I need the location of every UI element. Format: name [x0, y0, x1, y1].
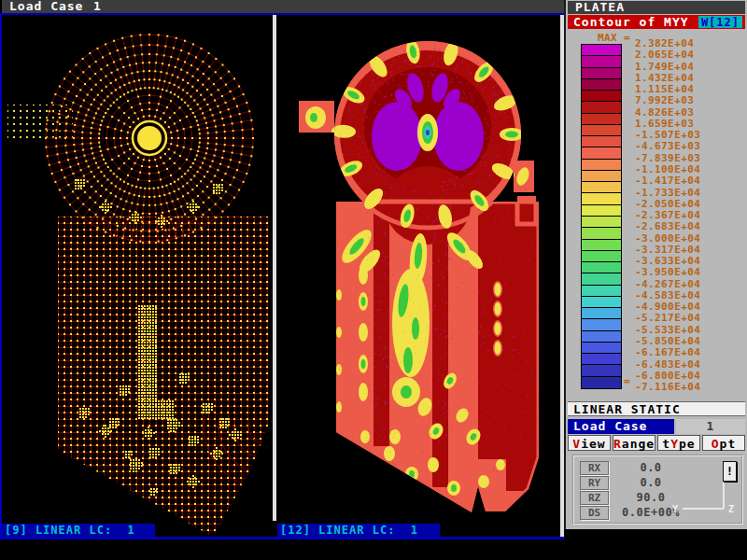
- legend-swatch: [582, 79, 621, 91]
- legend-swatch: [582, 228, 621, 239]
- legend-value: -1.733E+04: [635, 188, 700, 199]
- load-case-value[interactable]: 1: [676, 419, 745, 434]
- app-title: PLATEA: [575, 0, 625, 14]
- legend-value: -1.417E+04: [635, 175, 700, 187]
- legend-value: -3.000E+04: [635, 233, 700, 245]
- legend-value: -2.683E+04: [635, 221, 700, 232]
- legend-value: -4.673E+03: [635, 141, 700, 152]
- legend-value: -2.367E+04: [635, 210, 700, 221]
- legend-value: -5.850E+04: [635, 336, 700, 347]
- mesh-viewport[interactable]: [2, 15, 273, 537]
- legend-value: 2.382E+04: [635, 38, 694, 49]
- window-badge[interactable]: W[12]: [698, 16, 742, 28]
- contour-title-bar: Contour of MYY W[12]: [568, 15, 745, 29]
- legend-value: 4.826E+03: [635, 107, 694, 119]
- legend-swatch: [582, 56, 621, 67]
- platea-app: { "left_viewport": { "title": "Load Case…: [0, 0, 747, 560]
- legend-swatch: [582, 377, 621, 388]
- load-case-selector[interactable]: Load Case: [568, 419, 674, 434]
- legend-swatch: [582, 182, 621, 193]
- legend-value: 1.749E+04: [635, 62, 694, 73]
- legend-swatch: [582, 297, 621, 308]
- legend-value: -6.167E+04: [635, 347, 700, 358]
- rz-label: RZ: [580, 491, 609, 505]
- left-window-titlebar: Load Case 1: [2, 0, 564, 13]
- legend-value: -4.583E+04: [635, 290, 700, 301]
- legend-swatch: [582, 171, 621, 182]
- exclamation-button[interactable]: !: [723, 461, 737, 482]
- legend-value: 2.065E+04: [635, 49, 694, 61]
- app-title-bar: PLATEA: [568, 1, 745, 14]
- legend-swatch-column: [581, 44, 622, 389]
- legend-value: -1.100E+04: [635, 164, 700, 175]
- legend-swatch: [582, 365, 621, 376]
- legend-swatch: [582, 308, 621, 319]
- legend-swatch: [582, 125, 621, 136]
- axis-z-label: Z: [728, 504, 734, 514]
- legend-swatch: [582, 91, 621, 102]
- legend-swatch: [582, 251, 621, 262]
- legend-value: -3.633E+04: [635, 256, 700, 267]
- legend-swatch: [582, 354, 621, 365]
- axis-y-label: Y: [672, 504, 678, 514]
- contour-title: Contour of MYY: [573, 15, 689, 29]
- range-button[interactable]: Range: [613, 435, 655, 451]
- legend-swatch: [582, 262, 621, 273]
- legend-value: 1.659E+03: [635, 119, 694, 130]
- rotation-group-box: RX 0.0 RY 0.0 RZ 90.0 DS 0.0E+00% X Y Z …: [572, 455, 743, 525]
- legend-value: -4.267E+04: [635, 279, 700, 290]
- legend-value: -5.533E+04: [635, 325, 700, 336]
- ds-label: DS: [580, 506, 609, 520]
- legend-swatch: [582, 136, 621, 147]
- legend-swatch: [582, 273, 621, 285]
- legend-swatch: [582, 160, 621, 171]
- legend-value: -7.116E+04: [635, 382, 700, 393]
- legend-value: 1.115E+04: [635, 84, 694, 95]
- legend-value: -6.483E+04: [635, 359, 700, 371]
- legend-value: -5.217E+04: [635, 313, 700, 324]
- opt-button[interactable]: Opt: [702, 435, 745, 451]
- legend-value: 7.992E+03: [635, 95, 694, 106]
- control-panel: PLATEA Contour of MYY W[12] MAX = MIN = …: [564, 0, 747, 529]
- legend-swatch: [582, 240, 621, 251]
- legend-swatch: [582, 331, 621, 343]
- ry-label: RY: [580, 476, 609, 490]
- load-case-number: 1: [93, 0, 102, 13]
- mesh-status-bar: [9] LINEAR LC: 1: [2, 524, 155, 538]
- legend-swatch: [582, 286, 621, 297]
- legend-value: 1.432E+04: [635, 73, 694, 84]
- rx-label: RX: [580, 461, 609, 475]
- contour-status-bar: [12] LINEAR LC: 1: [277, 524, 440, 538]
- legend-swatch: [582, 68, 621, 79]
- legend-value: -6.800E+04: [635, 371, 700, 382]
- legend-swatch: [582, 205, 621, 217]
- legend-swatch: [582, 217, 621, 228]
- legend-swatch: [582, 114, 621, 125]
- legend-value: -4.900E+04: [635, 301, 700, 313]
- legend-value: -1.507E+03: [635, 130, 700, 141]
- legend-value: -7.839E+03: [635, 153, 700, 164]
- legend-swatch: [582, 343, 621, 354]
- legend-swatch: [582, 45, 621, 56]
- contour-viewport[interactable]: [276, 15, 560, 537]
- legend-swatch: [582, 193, 621, 204]
- load-case-title: Load Case: [9, 0, 83, 13]
- legend-value: -2.050E+04: [635, 199, 700, 210]
- view-button[interactable]: View: [568, 435, 611, 451]
- legend-swatch: [582, 319, 621, 330]
- type-button[interactable]: tYpe: [657, 435, 700, 451]
- legend-max-label: MAX =: [598, 33, 630, 44]
- legend-swatch: [582, 147, 621, 159]
- legend-value: -3.950E+04: [635, 267, 700, 278]
- legend-swatch: [582, 102, 621, 113]
- legend-value: -3.317E+04: [635, 245, 700, 256]
- analysis-type-label: LINEAR STATIC: [568, 401, 745, 416]
